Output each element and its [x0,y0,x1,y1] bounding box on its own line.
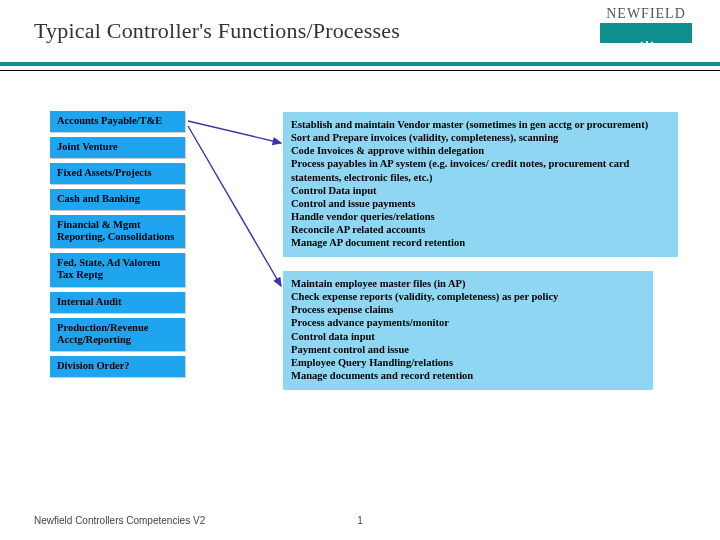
panel-line: Manage documents and record retention [291,369,645,382]
arrow-to-bottom-panel [188,126,281,286]
category-joint-venture: Joint Venture [50,137,185,158]
brand-name: NEWFIELD [600,6,692,22]
content-area: Accounts Payable/T&E Joint Venture Fixed… [0,71,720,501]
category-internal-audit: Internal Audit [50,292,185,313]
panel-line: Process advance payments/monitor [291,316,645,329]
category-accounts-payable: Accounts Payable/T&E [50,111,185,132]
panel-line: Code Invoices & approve within delegatio… [291,144,670,157]
category-financial-reporting: Financial & Mgmt Reporting, Consolidatio… [50,215,185,248]
category-tax-reporting: Fed, State, Ad Valorem Tax Reptg [50,253,185,286]
brand-mark [600,23,692,43]
panel-line: Employee Query Handling/relations [291,356,645,369]
brand-logo: NEWFIELD [600,6,692,43]
panel-line: Handle vendor queries/relations [291,210,670,223]
panel-line: Process payables in AP system (e.g. invo… [291,157,670,183]
panel-line: Reconcile AP related accounts [291,223,670,236]
footer-source: Newfield Controllers Competencies V2 [34,515,205,526]
page-title: Typical Controller's Functions/Processes [34,18,400,44]
divider-thick [0,62,720,66]
category-fixed-assets: Fixed Assets/Projects [50,163,185,184]
category-cash-banking: Cash and Banking [50,189,185,210]
footer: Newfield Controllers Competencies V2 1 [0,508,720,540]
page-number: 1 [357,515,363,526]
panel-line: Maintain employee master files (in AP) [291,277,645,290]
header: Typical Controller's Functions/Processes… [0,0,720,62]
panel-line: Sort and Prepare invoices (validity, com… [291,131,670,144]
panel-ap-processes: Establish and maintain Vendor master (so… [283,112,678,257]
panel-line: Payment control and issue [291,343,645,356]
panel-line: Process expense claims [291,303,645,316]
panel-line: Control and issue payments [291,197,670,210]
category-production-revenue: Production/Revenue Acctg/Reporting [50,318,185,351]
arrow-to-top-panel [188,121,281,143]
panel-line: Establish and maintain Vendor master (so… [291,118,670,131]
panel-line: Control Data input [291,184,670,197]
panel-line: Manage AP document record retention [291,236,670,249]
category-division-order: Division Order? [50,356,185,377]
panel-te-processes: Maintain employee master files (in AP) C… [283,271,653,390]
category-sidebar: Accounts Payable/T&E Joint Venture Fixed… [50,111,185,382]
panel-line: Check expense reports (validity, complet… [291,290,645,303]
panel-line: Control data input [291,330,645,343]
